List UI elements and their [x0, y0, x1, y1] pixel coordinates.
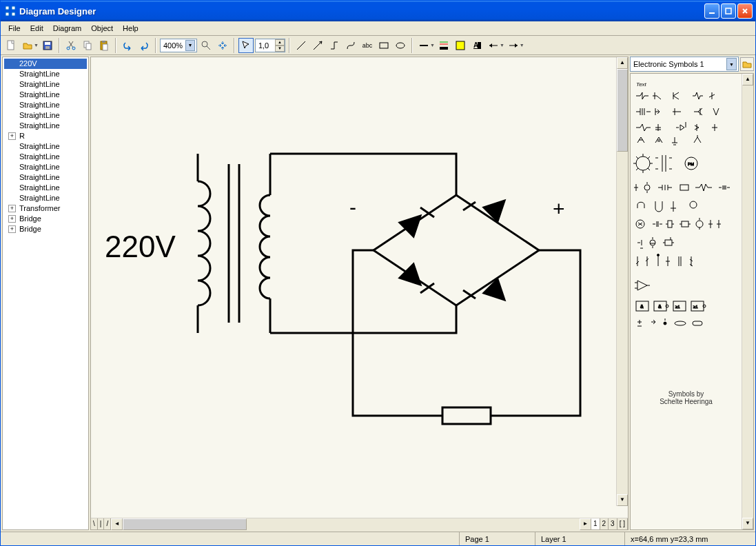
minimize-button[interactable] — [704, 3, 719, 19]
connector2-button[interactable] — [343, 38, 358, 53]
scroll-left-icon[interactable]: ◄ — [111, 518, 123, 530]
connector1-button[interactable] — [327, 38, 342, 53]
line-color-button[interactable] — [436, 38, 451, 53]
zoom-combo[interactable]: 400% ▼ — [160, 39, 197, 52]
ellipse-tool-button[interactable] — [393, 38, 408, 53]
zoom-tool-button[interactable] — [198, 38, 214, 53]
svg-point-48 — [664, 322, 666, 325]
tree-item[interactable]: StraightLine — [4, 152, 87, 162]
scroll-right-icon[interactable]: ► — [580, 518, 591, 530]
tree-item[interactable]: StraightLine — [4, 69, 87, 79]
arrow-tool-button[interactable] — [310, 38, 325, 53]
tree-item[interactable]: StraightLine — [4, 110, 87, 121]
statusbar: Page 1 Layer 1 x=64,6 mm y=23,3 mm — [1, 532, 755, 545]
rect-tool-button[interactable] — [376, 38, 391, 53]
tree-item[interactable]: StraightLine — [4, 121, 87, 131]
text-color-button[interactable]: A — [469, 38, 484, 53]
pointer-tool-button[interactable] — [238, 38, 254, 53]
palette-vscrollbar[interactable]: ▲ ▼ — [742, 74, 753, 529]
page-tab-new[interactable]: [ ] — [617, 518, 628, 529]
chevron-down-icon[interactable]: ▼ — [185, 40, 195, 51]
diagram-canvas[interactable]: 220V - + ▲ ▼ — [91, 57, 628, 518]
scroll-down-icon[interactable]: ▼ — [617, 494, 628, 506]
menu-diagram[interactable]: Diagram — [48, 23, 87, 34]
redo-button[interactable] — [136, 38, 152, 53]
pan-tool-button[interactable] — [215, 38, 230, 53]
linewidth-spinner[interactable]: 1,0 ▲ ▼ — [255, 39, 285, 52]
svg-rect-18 — [380, 43, 388, 48]
palette-set-combo[interactable]: Electronic Symbols 1 ▼ — [630, 57, 739, 72]
paste-button[interactable] — [96, 38, 112, 53]
tree-item[interactable]: StraightLine — [4, 172, 87, 183]
spin-up-icon[interactable]: ▲ — [275, 39, 285, 46]
tree-item[interactable]: Bridge — [4, 214, 87, 224]
svg-point-29 — [644, 185, 650, 190]
page-tab-3[interactable]: 3 — [609, 518, 617, 529]
toolbar: ▼ 400% ▼ 1,0 ▲ ▼ abc ▼ A ▼ ▼ — [1, 36, 755, 55]
open-dropdown-icon[interactable]: ▼ — [34, 43, 39, 48]
arrow-start-button[interactable] — [486, 38, 501, 53]
menubar: File Edit Diagram Object Help — [1, 21, 755, 36]
tree-item[interactable]: Bridge — [4, 224, 87, 234]
new-button[interactable] — [3, 38, 19, 53]
canvas-hscrollbar[interactable]: ◄ ► — [111, 518, 591, 530]
tree-item[interactable]: StraightLine — [4, 193, 87, 203]
page-tab-1[interactable]: 1 — [591, 518, 600, 529]
window-title: Diagram Designer — [19, 6, 704, 17]
tree-item[interactable]: 220V — [4, 59, 87, 69]
undo-button[interactable] — [120, 38, 135, 53]
palette-open-button[interactable] — [740, 57, 754, 71]
tree-item[interactable]: StraightLine — [4, 141, 87, 152]
linestyle-dropdown-icon[interactable]: ▼ — [430, 43, 435, 48]
line-style-button[interactable] — [416, 38, 431, 53]
arrowstart-dropdown-icon[interactable]: ▼ — [500, 43, 504, 48]
svg-point-37 — [657, 254, 660, 256]
menu-edit[interactable]: Edit — [25, 23, 48, 34]
tree-item[interactable]: StraightLine — [4, 90, 87, 100]
titlebar: Diagram Designer — [1, 1, 755, 21]
menu-help[interactable]: Help — [118, 23, 143, 34]
arrow-end-button[interactable] — [506, 38, 521, 53]
page-tab-first[interactable]: | — [98, 518, 105, 529]
svg-text:PM: PM — [688, 162, 694, 166]
arrowend-dropdown-icon[interactable]: ▼ — [520, 43, 524, 48]
scroll-down-icon[interactable]: ▼ — [742, 518, 753, 529]
save-button[interactable] — [40, 38, 55, 53]
open-button[interactable] — [20, 38, 35, 53]
tree-item[interactable]: StraightLine — [4, 79, 87, 90]
scroll-up-icon[interactable]: ▲ — [617, 57, 628, 69]
spin-down-icon[interactable]: ▼ — [275, 46, 285, 52]
page-tab-2[interactable]: 2 — [600, 518, 609, 529]
hscroll-thumb[interactable] — [123, 518, 247, 530]
cut-button[interactable] — [63, 38, 79, 53]
maximize-button[interactable] — [721, 3, 736, 19]
status-empty — [1, 532, 459, 545]
text-tool-button[interactable]: abc — [360, 38, 375, 53]
tree-item[interactable]: Transformer — [4, 203, 87, 214]
scroll-up-icon[interactable]: ▲ — [742, 74, 753, 85]
close-button[interactable] — [737, 3, 753, 19]
page-tab-prev[interactable]: \ — [91, 518, 98, 529]
canvas-bottom-bar: \ | / ◄ ► 1 2 3 [ ] — [91, 518, 628, 529]
minus-label: - — [349, 196, 356, 219]
vscroll-thumb[interactable] — [617, 69, 628, 152]
menu-object[interactable]: Object — [86, 23, 118, 34]
svg-point-49 — [675, 321, 686, 325]
tree-item[interactable]: StraightLine — [4, 100, 87, 110]
copy-button[interactable] — [80, 38, 95, 53]
palette-body[interactable]: Text PM — [630, 73, 754, 530]
svg-rect-30 — [680, 185, 688, 190]
object-tree[interactable]: 220VStraightLineStraightLineStraightLine… — [2, 57, 89, 530]
line-tool-button[interactable] — [294, 38, 309, 53]
tree-item[interactable]: StraightLine — [4, 183, 87, 193]
svg-point-11 — [72, 47, 75, 50]
menu-file[interactable]: File — [3, 23, 25, 34]
svg-rect-24 — [442, 407, 491, 424]
fill-color-button[interactable] — [453, 38, 468, 53]
page-tab-next[interactable]: / — [104, 518, 111, 529]
tree-item[interactable]: R — [4, 131, 87, 141]
canvas-vscrollbar[interactable]: ▲ ▼ — [616, 57, 628, 506]
chevron-down-icon[interactable]: ▼ — [726, 58, 737, 70]
tree-item[interactable]: StraightLine — [4, 162, 87, 172]
svg-point-35 — [650, 240, 655, 245]
